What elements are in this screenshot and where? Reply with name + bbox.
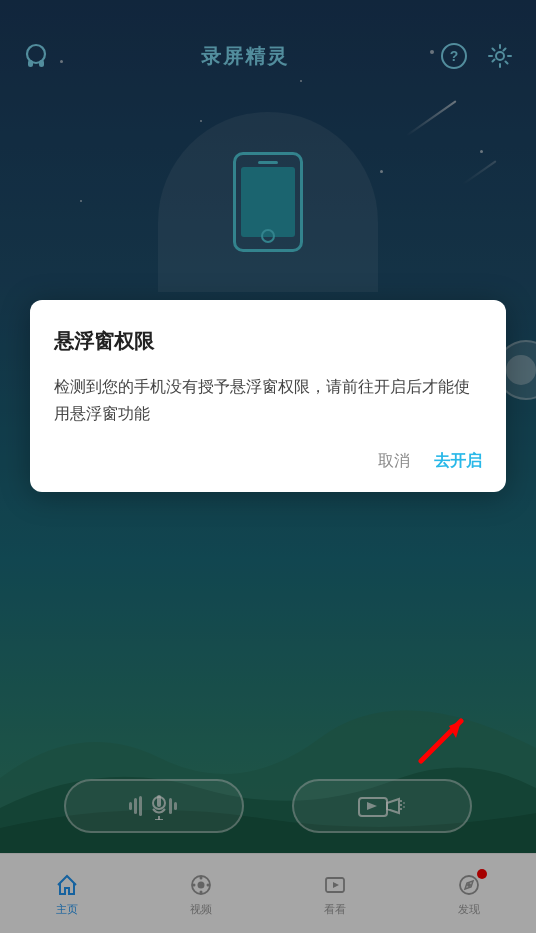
confirm-button[interactable]: 去开启 xyxy=(434,451,482,472)
dialog-content: 检测到您的手机没有授予悬浮窗权限，请前往开启后才能使用悬浮窗功能 xyxy=(54,373,482,427)
dialog-title: 悬浮窗权限 xyxy=(54,328,482,355)
app-background: 录屏精灵 ? 竖屏录制 xyxy=(0,0,536,933)
permission-dialog: 悬浮窗权限 检测到您的手机没有授予悬浮窗权限，请前往开启后才能使用悬浮窗功能 取… xyxy=(30,300,506,492)
cancel-button[interactable]: 取消 xyxy=(378,451,410,472)
dialog-actions: 取消 去开启 xyxy=(54,451,482,472)
